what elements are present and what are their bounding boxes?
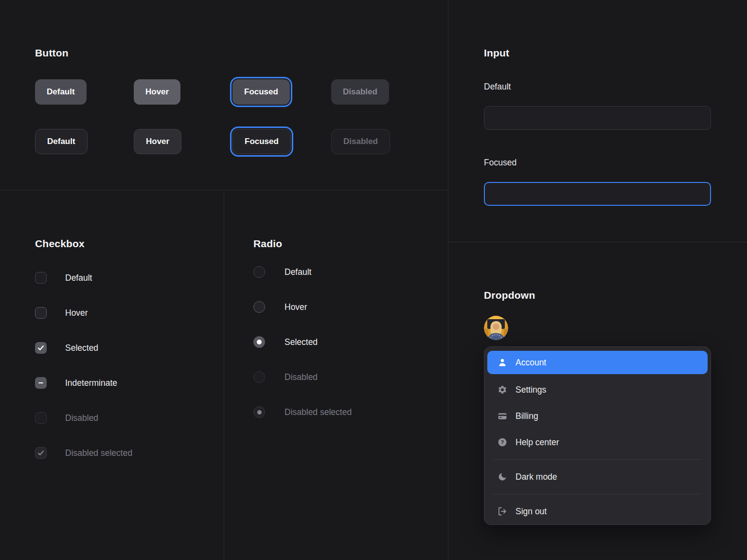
checkbox-row-selected: Selected [35, 342, 98, 354]
input-default-label: Default [484, 82, 511, 92]
menu-item-dark-mode[interactable]: Dark mode [487, 464, 708, 490]
radio-row-disabled: Disabled [253, 371, 318, 383]
credit-card-icon [497, 411, 508, 421]
menu-item-help-center-label: Help center [516, 437, 559, 448]
divider-vertical-checkbox-radio [224, 190, 224, 560]
indeterminate-dash-icon [36, 379, 45, 387]
radio-disabled-selected [253, 406, 265, 418]
checkbox-indeterminate[interactable] [35, 377, 47, 389]
button-section-title: Button [35, 47, 69, 59]
radio-row-hover: Hover [253, 301, 307, 313]
menu-divider [493, 459, 702, 460]
button-primary-focused[interactable]: Focused [232, 79, 290, 105]
menu-divider [493, 494, 702, 494]
radio-row-default: Default [253, 266, 311, 278]
radio-row-disabled-selected: Disabled selected [253, 406, 352, 418]
checkbox-hover-label: Hover [65, 308, 88, 318]
radio-hover-label: Hover [285, 302, 307, 312]
radio-selected-label: Selected [285, 337, 318, 347]
checkbox-row-hover: Hover [35, 307, 88, 319]
dropdown-menu: Account Settings Billing ? Help center D… [484, 346, 711, 525]
radio-default-label: Default [285, 267, 311, 277]
button-secondary-hover[interactable]: Hover [134, 129, 181, 154]
checkbox-disabled-selected [35, 447, 47, 459]
checkbox-row-default: Default [35, 272, 92, 284]
button-secondary-focused[interactable]: Focused [232, 129, 291, 154]
menu-item-settings-label: Settings [516, 385, 546, 395]
radio-section-title: Radio [253, 238, 282, 250]
help-circle-icon: ? [497, 437, 508, 448]
avatar-image [484, 316, 508, 340]
menu-item-billing-label: Billing [516, 411, 538, 421]
input-focused-label: Focused [484, 158, 516, 168]
divider-vertical-main [448, 0, 448, 560]
menu-item-account-label: Account [516, 358, 546, 368]
radio-hover[interactable] [253, 301, 265, 313]
dropdown-section-title: Dropdown [484, 289, 535, 301]
text-input-default[interactable] [484, 106, 711, 130]
button-secondary-default[interactable]: Default [35, 129, 88, 154]
menu-item-sign-out[interactable]: Sign out [487, 498, 708, 524]
checkbox-row-disabled: Disabled [35, 412, 98, 424]
checkbox-default[interactable] [35, 272, 47, 284]
checkbox-row-indeterminate: Indeterminate [35, 377, 117, 389]
checkbox-selected-label: Selected [65, 343, 98, 353]
checkbox-indeterminate-label: Indeterminate [65, 378, 117, 388]
button-primary-default[interactable]: Default [35, 79, 87, 105]
checkmark-icon [36, 343, 45, 352]
menu-item-dark-mode-label: Dark mode [516, 472, 557, 482]
radio-disabled [253, 371, 265, 383]
checkbox-section-title: Checkbox [35, 238, 85, 250]
user-icon [497, 357, 508, 368]
user-avatar[interactable] [484, 316, 508, 340]
checkbox-default-label: Default [65, 273, 92, 283]
radio-row-selected: Selected [253, 336, 318, 348]
sign-out-icon [497, 506, 508, 517]
checkbox-disabled-label: Disabled [65, 413, 98, 423]
menu-item-sign-out-label: Sign out [516, 506, 547, 517]
text-input-focused[interactable] [484, 182, 711, 206]
menu-item-account[interactable]: Account [487, 351, 708, 374]
svg-text:?: ? [501, 439, 504, 445]
checkmark-icon [36, 449, 45, 457]
checkbox-row-disabled-selected: Disabled selected [35, 447, 132, 459]
button-primary-hover[interactable]: Hover [134, 79, 180, 105]
gear-icon [497, 384, 508, 395]
input-section-title: Input [484, 47, 509, 59]
menu-item-billing[interactable]: Billing [487, 403, 708, 429]
menu-item-help-center[interactable]: ? Help center [487, 429, 708, 455]
radio-dot [257, 340, 262, 344]
radio-disabled-label: Disabled [285, 372, 318, 382]
checkbox-hover[interactable] [35, 307, 47, 319]
checkbox-disabled [35, 412, 47, 424]
radio-selected[interactable] [253, 336, 265, 348]
radio-disabled-selected-label: Disabled selected [285, 407, 352, 417]
button-secondary-disabled: Disabled [331, 129, 390, 154]
radio-default[interactable] [253, 266, 265, 278]
menu-item-settings[interactable]: Settings [487, 377, 708, 403]
divider-horizontal-right [448, 242, 747, 242]
button-primary-disabled: Disabled [331, 79, 389, 105]
moon-icon [497, 471, 508, 482]
checkbox-selected[interactable] [35, 342, 47, 354]
radio-dot-dim [257, 410, 262, 415]
checkbox-disabled-selected-label: Disabled selected [65, 448, 132, 458]
